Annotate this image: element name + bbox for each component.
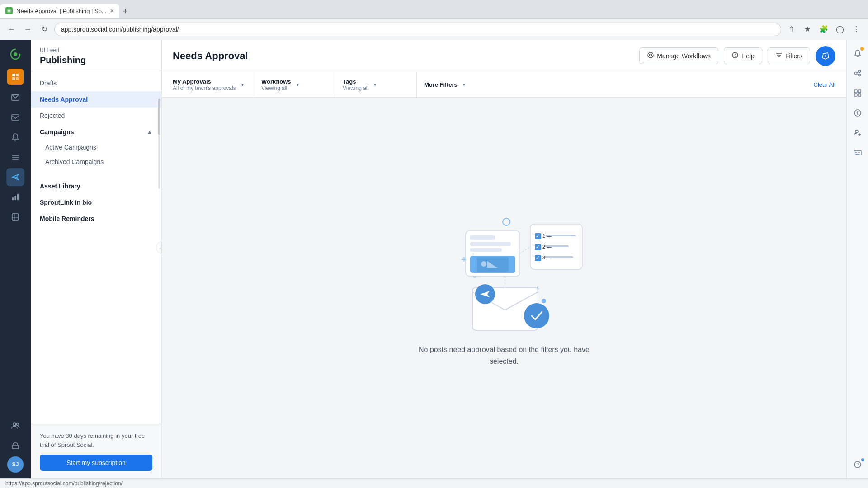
back-button[interactable]: ← (5, 23, 18, 36)
my-approvals-label: My Approvals (173, 78, 236, 85)
forward-button[interactable]: → (22, 23, 34, 36)
sidebar-footer: You have 30 days remaining in your free … (31, 424, 161, 478)
connections-icon[interactable] (849, 65, 866, 81)
notifications-icon[interactable] (849, 45, 866, 61)
svg-point-22 (648, 52, 653, 58)
svg-point-73 (855, 130, 858, 133)
sidebar-item-sproutlink[interactable]: SproutLink in bio (31, 194, 161, 211)
svg-point-29 (825, 55, 826, 57)
sidebar: UI Feed Publishing ◀ Drafts Needs Approv… (31, 40, 162, 478)
workflows-chevron: ▾ (297, 82, 299, 87)
svg-text:✓: ✓ (536, 234, 539, 239)
tab-close-button[interactable]: × (110, 7, 114, 14)
browser-chrome: Needs Approval | Publishing | Sp... × + … (0, 0, 868, 40)
sidebar-item-asset-library[interactable]: Asset Library (31, 178, 161, 194)
svg-rect-38 (470, 248, 502, 252)
svg-rect-3 (16, 74, 19, 76)
sidebar-item-rejected[interactable]: Rejected (31, 108, 161, 124)
workflows-value: Viewing all (261, 85, 291, 91)
analytics-icon[interactable] (6, 188, 24, 206)
sidebar-item-needs-approval[interactable]: Needs Approval (31, 91, 161, 108)
extensions-button[interactable]: 🧩 (817, 23, 830, 36)
keyboard-icon[interactable] (849, 145, 866, 161)
active-tab[interactable]: Needs Approval | Publishing | Sp... × (0, 4, 119, 18)
svg-rect-67 (858, 90, 861, 93)
grid-icon[interactable] (849, 85, 866, 101)
manage-workflows-button[interactable]: Manage Workflows (639, 47, 718, 64)
sidebar-scroll-space (31, 169, 161, 178)
empty-state-message: No posts need approval based on the filt… (418, 344, 590, 367)
user-add-icon[interactable] (849, 125, 866, 141)
sidebar-scrollbar-thumb[interactable] (158, 99, 160, 135)
tags-chevron: ▾ (374, 82, 376, 87)
svg-text:2 —: 2 — (542, 244, 552, 249)
tab-title: Needs Approval | Publishing | Sp... (16, 8, 107, 14)
sidebar-item-archived-campaigns[interactable]: Archived Campaigns (31, 155, 161, 169)
tags-filter[interactable]: Tags Viewing all ▾ (335, 72, 417, 97)
svg-point-41 (481, 261, 486, 267)
mail-icon[interactable] (6, 108, 24, 127)
page-title: Needs Approval (173, 50, 248, 62)
svg-text:1 —: 1 — (542, 233, 552, 239)
sidebar-item-drafts[interactable]: Drafts (31, 75, 161, 91)
add-icon[interactable] (849, 105, 866, 121)
address-bar[interactable]: app.sproutsocial.com/publishing/approval… (54, 23, 781, 36)
my-approvals-chevron: ▾ (241, 82, 244, 87)
help-circle-icon[interactable]: ? (849, 456, 866, 473)
svg-rect-36 (470, 235, 495, 240)
reports-icon[interactable] (6, 208, 24, 226)
notifications-badge (860, 47, 864, 51)
store-icon[interactable] (6, 436, 24, 455)
svg-point-58 (524, 303, 549, 328)
svg-text:?: ? (734, 53, 736, 58)
logo-icon[interactable] (6, 45, 24, 63)
inbox-icon[interactable] (6, 89, 24, 107)
svg-rect-5 (16, 77, 19, 80)
svg-point-1 (14, 52, 17, 56)
sidebar-item-campaigns[interactable]: Campaigns ▲ (31, 124, 161, 140)
svg-rect-68 (854, 94, 857, 96)
sidebar-item-active-campaigns[interactable]: Active Campaigns (31, 140, 161, 155)
bookmark-button[interactable]: ★ (801, 23, 814, 36)
compose-button[interactable] (816, 46, 835, 66)
help-icon: ? (731, 52, 739, 60)
sidebar-scrollbar-track (158, 99, 160, 189)
svg-text:✓: ✓ (536, 255, 539, 260)
avatar[interactable]: SJ (7, 456, 24, 473)
reload-button[interactable]: ↻ (38, 23, 51, 36)
tags-label: Tags (343, 78, 368, 85)
nav-actions: ⇑ ★ 🧩 ◯ ⋮ (785, 23, 863, 36)
svg-rect-2 (12, 74, 15, 76)
sidebar-collapse-button[interactable]: ◀ (156, 241, 161, 254)
empty-state: + + (162, 98, 846, 478)
filters-button[interactable]: Filters (768, 47, 810, 64)
nav-bar: ← → ↻ app.sproutsocial.com/publishing/ap… (0, 18, 868, 40)
svg-point-20 (17, 423, 19, 426)
svg-rect-69 (858, 94, 861, 96)
svg-point-34 (542, 299, 546, 303)
clear-all-button[interactable]: Clear All (814, 81, 835, 88)
menu-button[interactable]: ⋮ (850, 23, 863, 36)
sidebar-breadcrumb: UI Feed (40, 47, 152, 53)
bell-icon[interactable] (6, 128, 24, 146)
profile-button[interactable]: ◯ (834, 23, 846, 36)
workflows-filter[interactable]: Workflows Viewing all ▾ (254, 72, 335, 97)
sidebar-header: UI Feed Publishing (31, 40, 161, 71)
list-icon[interactable] (6, 148, 24, 166)
start-subscription-button[interactable]: Start my subscription (40, 455, 152, 471)
my-approvals-filter[interactable]: My Approvals All of my team's approvals … (173, 72, 254, 97)
help-button[interactable]: ? Help (724, 47, 762, 64)
svg-point-63 (858, 74, 860, 76)
new-tab-button[interactable]: + (119, 5, 132, 18)
icon-bar-orange[interactable] (7, 69, 24, 85)
svg-text:✓: ✓ (536, 244, 539, 249)
people-icon[interactable] (6, 417, 24, 435)
app-container: SJ UI Feed Publishing ◀ Drafts Needs App… (0, 40, 868, 478)
send-icon[interactable] (6, 168, 24, 186)
more-filters-label: More Filters (424, 81, 458, 88)
svg-rect-7 (12, 115, 19, 120)
workflows-label: Workflows (261, 78, 291, 85)
sidebar-item-mobile-reminders[interactable]: Mobile Reminders (31, 211, 161, 227)
more-filters-filter[interactable]: More Filters ▾ (417, 72, 498, 97)
share-button[interactable]: ⇑ (785, 23, 797, 36)
